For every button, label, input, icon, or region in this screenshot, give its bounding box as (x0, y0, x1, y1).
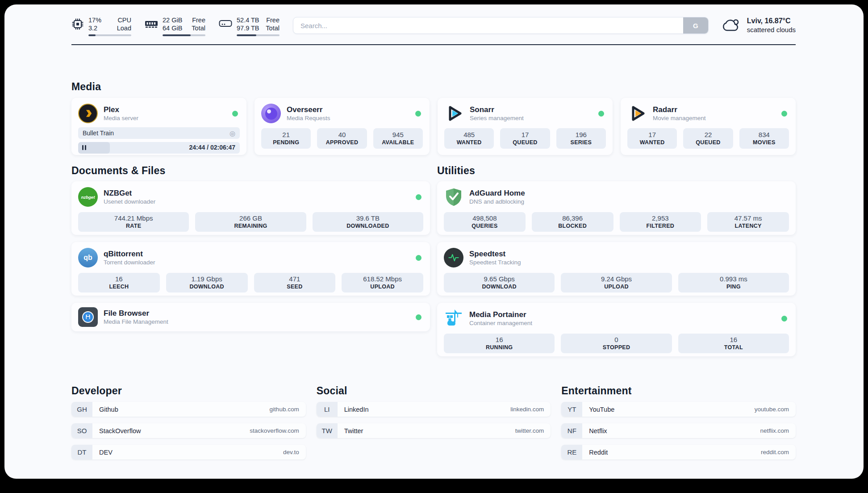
bookmark-name: LinkedIn (344, 406, 511, 413)
now-playing-row: Bullet Train ◎ (78, 127, 240, 139)
cloud-icon (721, 17, 742, 33)
stat-box: 618.52 MbpsUPLOAD (342, 273, 423, 292)
app-name: Overseerr (287, 105, 409, 114)
app-name: qBittorrent (104, 249, 410, 259)
utilities-column: AdGuard Home DNS and adblocking 498,508Q… (437, 181, 796, 356)
status-dot (598, 111, 604, 117)
status-dot (781, 111, 787, 117)
disk-icon (219, 18, 232, 29)
search-engine-button[interactable]: G (683, 17, 708, 33)
speedtest-icon (444, 248, 463, 267)
search-input[interactable] (293, 17, 683, 33)
pause-icon (82, 145, 86, 150)
cpu-label: CPU (117, 16, 131, 24)
cpu-load-value: 3.2 (88, 24, 97, 32)
dashboard-page: 17%CPU 3.2Load 22 G (4, 4, 864, 479)
stat-box: 945AVAILABLE (373, 128, 423, 149)
memory-progress-bar (163, 34, 205, 36)
bookmark-name: DEV (99, 449, 283, 456)
stat-box: 1.19 GbpsDOWNLOAD (166, 273, 248, 292)
app-description: Movie management (653, 114, 776, 122)
weather-location-temp: Lviv, 16.87°C (747, 16, 796, 25)
app-name: File Browser (104, 309, 410, 318)
stat-box: 498,508QUERIES (444, 212, 526, 232)
sonarr-card[interactable]: Sonarr Series management 485WANTED 17QUE… (438, 98, 613, 155)
app-name: NZBGet (104, 188, 410, 198)
filebrowser-icon (78, 307, 98, 327)
app-name: AdGuard Home (469, 188, 789, 198)
status-dot (416, 255, 421, 261)
bookmark-stackoverflow[interactable]: SO StackOverflow stackoverflow.com (71, 423, 306, 438)
app-name: Media Portainer (469, 310, 776, 319)
memory-free-label: Free (192, 16, 205, 24)
bookmark-name: YouTube (589, 406, 754, 413)
status-dot (416, 314, 421, 320)
bookmark-dev[interactable]: DT DEV dev.to (71, 445, 306, 460)
app-description: Torrent downloader (104, 259, 410, 267)
radarr-icon (627, 104, 647, 123)
section-title-entertainment: Entertainment (561, 385, 796, 397)
bookmark-twitter[interactable]: TW Twitter twitter.com (317, 423, 551, 438)
bookmark-url: linkedin.com (510, 406, 544, 413)
status-dot (781, 316, 787, 322)
cpu-icon (71, 18, 84, 30)
status-dot (416, 194, 421, 200)
bookmark-abbr: LI (317, 402, 338, 417)
bookmark-name: Github (99, 406, 270, 413)
weather-condition: scattered clouds (747, 25, 796, 34)
cpu-progress-bar (88, 34, 131, 36)
stat-box: 47.57 msLATENCY (707, 212, 789, 232)
media-grid: Plex Media server Bullet Train ◎ 24:44 /… (71, 98, 796, 155)
app-description: Speedtest Tracking (469, 259, 789, 267)
filebrowser-card[interactable]: File Browser Media File Management (71, 303, 430, 331)
entertainment-bookmarks: YT YouTube youtube.com NF Netflix netfli… (561, 402, 796, 460)
bookmark-abbr: RE (561, 445, 582, 460)
bookmark-linkedin[interactable]: LI LinkedIn linkedin.com (317, 402, 551, 417)
stat-box: 2,953FILTERED (620, 212, 701, 232)
disk-progress-bar (237, 34, 280, 36)
stat-box: 9.65 GbpsDOWNLOAD (444, 273, 555, 292)
disk-stat: 52.4 TBFree 97.9 TBTotal (219, 16, 280, 36)
status-dot (232, 111, 238, 117)
stat-box: 196SERIES (556, 128, 606, 149)
bookmark-name: StackOverflow (99, 427, 250, 435)
bookmark-github[interactable]: GH Github github.com (71, 402, 306, 417)
top-bar: 17%CPU 3.2Load 22 G (71, 16, 796, 36)
memory-free-value: 22 GiB (163, 16, 182, 24)
bookmark-youtube[interactable]: YT YouTube youtube.com (561, 402, 796, 417)
portainer-card[interactable]: Media Portainer Container management 16R… (437, 303, 796, 356)
nzbget-card[interactable]: nzbget NZBGet Usenet downloader 744.21 M… (71, 181, 430, 235)
search-bar: G (293, 17, 709, 34)
stat-box: 86,396BLOCKED (532, 212, 613, 232)
stat-box: 16RUNNING (444, 334, 555, 353)
stat-box: 40APPROVED (317, 128, 367, 149)
speedtest-card[interactable]: Speedtest Speedtest Tracking 9.65 GbpsDO… (437, 242, 796, 296)
disk-total-value: 97.9 TB (237, 24, 259, 32)
section-title-social: Social (317, 385, 551, 397)
radarr-card[interactable]: Radarr Movie management 17WANTED 22QUEUE… (621, 98, 796, 155)
bookmark-reddit[interactable]: RE Reddit reddit.com (561, 445, 796, 460)
playback-progress-row: 24:44 / 02:06:47 (78, 142, 240, 154)
plex-card[interactable]: Plex Media server Bullet Train ◎ 24:44 /… (71, 98, 246, 155)
bookmark-abbr: SO (71, 423, 92, 438)
stat-box: 39.6 TBDOWNLOADED (313, 212, 423, 232)
qbittorrent-card[interactable]: qb qBittorrent Torrent downloader 16LEEC… (71, 242, 430, 296)
playback-time: 24:44 / 02:06:47 (189, 144, 235, 151)
memory-stat: 22 GiBFree 64 GiBTotal (145, 16, 205, 36)
adguard-card[interactable]: AdGuard Home DNS and adblocking 498,508Q… (437, 181, 796, 235)
app-description: Usenet downloader (104, 198, 410, 206)
app-description: Media Requests (287, 114, 409, 122)
section-title-utilities: Utilities (437, 165, 796, 177)
cpu-usage-value: 17% (88, 16, 101, 24)
disk-free-value: 52.4 TB (237, 16, 259, 24)
overseerr-card[interactable]: Overseerr Media Requests 21PENDING 40APP… (255, 98, 430, 155)
cpu-load-label: Load (117, 24, 131, 32)
app-description: Media server (104, 114, 226, 122)
memory-total-value: 64 GiB (163, 24, 182, 32)
system-stats: 17%CPU 3.2Load 22 G (71, 16, 280, 36)
stat-box: 834MOVIES (739, 128, 789, 149)
bookmark-abbr: DT (71, 445, 92, 460)
bookmark-abbr: YT (561, 402, 582, 417)
bookmark-netflix[interactable]: NF Netflix netflix.com (561, 423, 796, 438)
stat-box: 16LEECH (78, 273, 160, 292)
